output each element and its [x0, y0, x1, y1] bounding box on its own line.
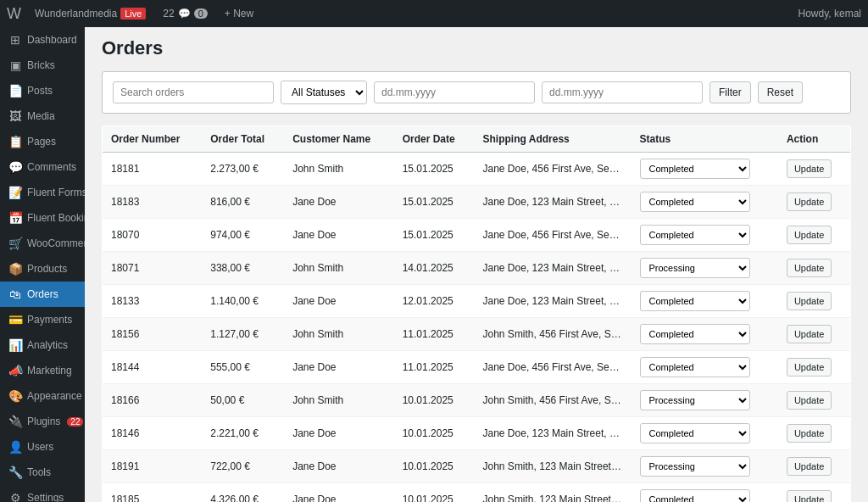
- filter-button[interactable]: Filter: [709, 81, 751, 103]
- col-shipping-address: Shipping Address: [475, 126, 632, 153]
- status-select[interactable]: CompletedProcessingPendingOn HoldCancell…: [640, 192, 750, 212]
- cell-status[interactable]: CompletedProcessingPendingOn HoldCancell…: [632, 219, 778, 252]
- col-status: Status: [632, 126, 778, 153]
- sidebar-item-label: Posts: [27, 85, 53, 97]
- cell-order-date: 15.01.2025: [394, 153, 475, 186]
- cell-order-date: 15.01.2025: [394, 219, 475, 252]
- media-icon: 🖼: [8, 109, 22, 123]
- update-button[interactable]: Update: [787, 259, 832, 277]
- adminbar-comments[interactable]: 22 💬 0: [156, 8, 214, 20]
- cell-action[interactable]: Update: [778, 417, 851, 450]
- table-row: 18183816,00 €Jane Doe15.01.2025Jane Doe,…: [103, 186, 851, 219]
- sidebar-item-plugins[interactable]: 🔌Plugins22: [0, 409, 85, 434]
- sidebar-item-orders[interactable]: 🛍Orders: [0, 282, 85, 307]
- update-button[interactable]: Update: [787, 226, 832, 244]
- cell-status[interactable]: CompletedProcessingPendingOn HoldCancell…: [632, 318, 778, 351]
- search-input[interactable]: [113, 81, 274, 103]
- sidebar-item-products[interactable]: 📦Products: [0, 256, 85, 282]
- sidebar-item-fluent-forms[interactable]: 📝Fluent Forms: [0, 180, 85, 205]
- sidebar-item-marketing[interactable]: 📣Marketing: [0, 358, 85, 383]
- sidebar-item-comments[interactable]: 💬Comments: [0, 154, 85, 180]
- status-select[interactable]: CompletedProcessingPendingOn HoldCancell…: [640, 357, 750, 377]
- status-select[interactable]: CompletedProcessingPendingOn HoldCancell…: [640, 423, 750, 443]
- cell-action[interactable]: Update: [778, 318, 851, 351]
- cell-order-number: 18133: [103, 285, 203, 318]
- update-button[interactable]: Update: [787, 358, 832, 376]
- status-select[interactable]: CompletedProcessingPendingOn HoldCancell…: [640, 225, 750, 245]
- sidebar-item-settings[interactable]: ⚙Settings: [0, 485, 85, 502]
- sidebar-item-posts[interactable]: 📄Posts: [0, 78, 85, 103]
- table-row: 181462.221,00 €Jane Doe10.01.2025Jane Do…: [103, 417, 851, 450]
- status-select[interactable]: CompletedProcessingPendingOn HoldCancell…: [640, 456, 750, 477]
- cell-status[interactable]: CompletedProcessingPendingOn HoldCancell…: [632, 450, 778, 483]
- update-button[interactable]: Update: [787, 292, 832, 310]
- adminbar-site[interactable]: Wunderlandmedia Live: [28, 8, 153, 20]
- cell-order-date: 11.01.2025: [394, 351, 475, 384]
- cell-status[interactable]: CompletedProcessingPendingOn HoldCancell…: [632, 153, 778, 186]
- cell-action[interactable]: Update: [778, 285, 851, 318]
- sidebar-item-fluent-booking[interactable]: 📅Fluent Booking: [0, 205, 85, 231]
- status-select[interactable]: CompletedProcessingPendingOn HoldCancell…: [640, 390, 750, 410]
- cell-order-total: 2.221,00 €: [202, 417, 284, 450]
- table-row: 1816650,00 €John Smith10.01.2025John Smi…: [103, 384, 851, 417]
- cell-shipping-address: John Smith, 123 Main Street, Smi...: [475, 483, 632, 503]
- sidebar-item-label: Fluent Forms: [27, 187, 85, 198]
- cell-action[interactable]: Update: [778, 483, 851, 503]
- status-select[interactable]: CompletedProcessingPendingOn HoldCancell…: [640, 324, 750, 344]
- table-row: 181561.127,00 €John Smith11.01.2025John …: [103, 318, 851, 351]
- update-button[interactable]: Update: [787, 457, 832, 476]
- sidebar-item-dashboard[interactable]: ⊞Dashboard: [0, 27, 85, 53]
- plugins-icon: 🔌: [8, 415, 22, 428]
- sidebar-item-pages[interactable]: 📋Pages: [0, 129, 85, 154]
- update-button[interactable]: Update: [787, 192, 832, 211]
- cell-status[interactable]: CompletedProcessingPendingOn HoldCancell…: [632, 483, 778, 503]
- update-button[interactable]: Update: [787, 325, 832, 343]
- reset-button[interactable]: Reset: [758, 81, 803, 103]
- sidebar-item-users[interactable]: 👤Users: [0, 434, 85, 460]
- status-select[interactable]: CompletedProcessingPendingOn HoldCancell…: [640, 489, 750, 502]
- cell-action[interactable]: Update: [778, 186, 851, 219]
- cell-status[interactable]: CompletedProcessingPendingOn HoldCancell…: [632, 285, 778, 318]
- sidebar-item-tools[interactable]: 🔧Tools: [0, 460, 85, 485]
- wp-logo[interactable]: W: [7, 5, 21, 23]
- update-button[interactable]: Update: [787, 391, 832, 410]
- update-button[interactable]: Update: [787, 490, 832, 502]
- sidebar-item-media[interactable]: 🖼Media: [0, 103, 85, 129]
- status-select[interactable]: CompletedProcessingPendingOn HoldCancell…: [640, 291, 750, 311]
- cell-action[interactable]: Update: [778, 351, 851, 384]
- status-select[interactable]: CompletedProcessingPendingOn HoldCancell…: [640, 159, 750, 179]
- cell-action[interactable]: Update: [778, 219, 851, 252]
- sidebar-item-label: Dashboard: [27, 34, 77, 46]
- date-from-input[interactable]: [374, 81, 535, 103]
- adminbar-howdy: Howdy, kemal: [798, 8, 861, 20]
- sidebar-item-label: Plugins: [27, 416, 60, 427]
- appearance-icon: 🎨: [8, 389, 22, 403]
- cell-action[interactable]: Update: [778, 252, 851, 285]
- cell-action[interactable]: Update: [778, 450, 851, 483]
- comment-count: 22: [163, 8, 174, 20]
- sidebar-item-woocommerce[interactable]: 🛒WooCommerce: [0, 231, 85, 256]
- date-to-input[interactable]: [542, 81, 703, 103]
- dashboard-icon: ⊞: [8, 33, 22, 47]
- sidebar-item-bricks[interactable]: ▣Bricks: [0, 53, 85, 78]
- status-filter[interactable]: All StatusesCompletedProcessingPendingOn…: [281, 81, 367, 104]
- status-select[interactable]: CompletedProcessingPendingOn HoldCancell…: [640, 258, 750, 278]
- table-row: 18144555,00 €Jane Doe11.01.2025Jane Doe,…: [103, 351, 851, 384]
- sidebar-item-appearance[interactable]: 🎨Appearance: [0, 383, 85, 409]
- cell-status[interactable]: CompletedProcessingPendingOn HoldCancell…: [632, 384, 778, 417]
- update-button[interactable]: Update: [787, 159, 832, 178]
- cell-status[interactable]: CompletedProcessingPendingOn HoldCancell…: [632, 417, 778, 450]
- adminbar-new[interactable]: + New: [218, 8, 260, 20]
- comments-icon: 💬: [8, 160, 22, 174]
- sidebar-item-analytics[interactable]: 📊Analytics: [0, 332, 85, 358]
- update-button[interactable]: Update: [787, 424, 832, 443]
- cell-order-total: 974,00 €: [202, 219, 284, 252]
- cell-action[interactable]: Update: [778, 153, 851, 186]
- cell-action[interactable]: Update: [778, 384, 851, 417]
- cell-status[interactable]: CompletedProcessingPendingOn HoldCancell…: [632, 351, 778, 384]
- cell-customer-name: Jane Doe: [284, 450, 394, 483]
- cell-status[interactable]: CompletedProcessingPendingOn HoldCancell…: [632, 252, 778, 285]
- cell-status[interactable]: CompletedProcessingPendingOn HoldCancell…: [632, 186, 778, 219]
- sidebar-item-payments[interactable]: 💳Payments: [0, 307, 85, 332]
- main-content: Orders All StatusesCompletedProcessingPe…: [85, 27, 868, 502]
